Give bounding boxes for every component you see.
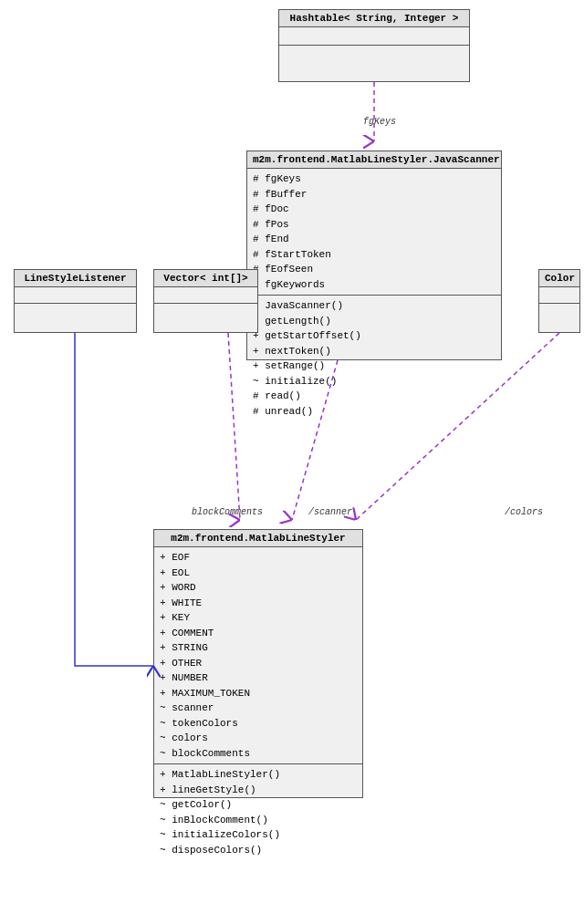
javascanner-methods: + JavaScanner() + getLength() + getStart… (247, 296, 501, 421)
vec-section2 (154, 304, 257, 320)
linestylelistener-box: LineStyleListener (14, 269, 137, 333)
mls-attr4: + WHITE (160, 596, 357, 611)
hashtable-section1 (279, 27, 469, 46)
arrow-vector-matlablinestyle (228, 333, 240, 520)
javascanner-attributes: # fgKeys # fBuffer # fDoc # fPos # fEnd … (247, 169, 501, 296)
lsl-section1 (15, 287, 136, 304)
attr7: # fEofSeen (253, 262, 495, 277)
method1: + JavaScanner() (253, 298, 495, 314)
attr2: # fBuffer (253, 187, 495, 202)
attr5: # fEnd (253, 232, 495, 247)
javascanner-title: m2m.frontend.MatlabLineStyler.JavaScanne… (247, 151, 501, 169)
lsl-section2 (15, 304, 136, 320)
matlablinestyle-title: m2m.frontend.MatlabLineStyler (154, 530, 362, 547)
color-title: Color (539, 270, 579, 287)
mls-attr9: + NUMBER (160, 670, 357, 686)
mls-attr12: ~ tokenColors (160, 716, 357, 732)
attr4: # fPos (253, 217, 495, 233)
mls-attr11: ~ scanner (160, 701, 357, 716)
mls-m4: ~ inBlockComment() (160, 813, 357, 828)
method4: + nextToken() (253, 344, 495, 359)
label-blockcomments: blockComments (192, 507, 263, 517)
mls-attr10: + MAXIMUM_TOKEN (160, 686, 357, 701)
javascanner-box: m2m.frontend.MatlabLineStyler.JavaScanne… (246, 151, 502, 360)
label-colors: /colors (505, 507, 543, 517)
mls-attr14: ~ blockComments (160, 746, 357, 762)
mls-m3: ~ getColor() (160, 797, 357, 813)
mls-attributes: + EOF + EOL + WORD + WHITE + KEY + COMME… (154, 547, 362, 764)
mls-attr7: + STRING (160, 640, 357, 656)
method2: + getLength() (253, 314, 495, 329)
attr8: - fgKeywords (253, 277, 495, 293)
attr3: # fDoc (253, 202, 495, 217)
matlablinestyle-box: m2m.frontend.MatlabLineStyler + EOF + EO… (153, 529, 363, 798)
mls-attr1: + EOF (160, 550, 357, 566)
method7: # read() (253, 389, 495, 404)
mls-attr5: + KEY (160, 610, 357, 626)
mls-attr8: + OTHER (160, 656, 357, 671)
vec-section1 (154, 287, 257, 304)
mls-methods: + MatlabLineStyler() + lineGetStyle() ~ … (154, 764, 362, 860)
label-scanner: /scanner (308, 507, 352, 517)
mls-attr13: ~ colors (160, 731, 357, 746)
method3: + getStartOffset() (253, 328, 495, 344)
vector-box: Vector< int[]> (153, 269, 258, 333)
method6: ~ initialize() (253, 374, 495, 389)
linestylelistener-title: LineStyleListener (15, 270, 136, 287)
label-fgkeys: fgKeys (363, 117, 396, 127)
color-box: Color (538, 269, 580, 333)
mls-m1: + MatlabLineStyler() (160, 767, 357, 783)
mls-m6: ~ disposeColors() (160, 843, 357, 858)
attr1: # fgKeys (253, 171, 495, 187)
mls-attr2: + EOL (160, 566, 357, 581)
hashtable-box: Hashtable< String, Integer > (278, 9, 470, 82)
mls-m2: + lineGetStyle() (160, 783, 357, 798)
method8: # unread() (253, 404, 495, 420)
method5: + setRange() (253, 358, 495, 374)
hashtable-title: Hashtable< String, Integer > (279, 10, 469, 27)
diagram-container: Hashtable< String, Integer > m2m.fronten… (0, 0, 584, 924)
attr6: # fStartToken (253, 247, 495, 263)
hashtable-section2 (279, 46, 469, 64)
mls-attr3: + WORD (160, 580, 357, 596)
color-section2 (539, 304, 579, 320)
arrow-linestylelistener-matlablinestyle (75, 333, 153, 666)
color-section1 (539, 287, 579, 304)
mls-m5: ~ initializeColors() (160, 827, 357, 843)
mls-attr6: + COMMENT (160, 626, 357, 641)
vector-title: Vector< int[]> (154, 270, 257, 287)
